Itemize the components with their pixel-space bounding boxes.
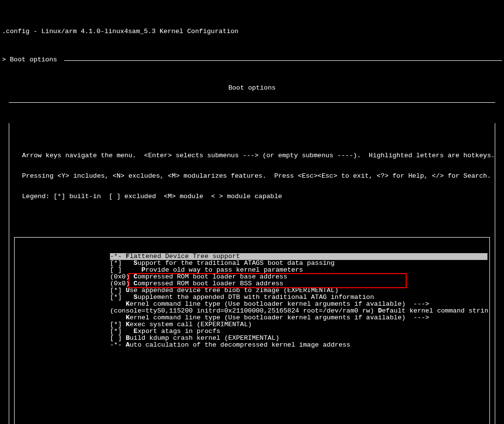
item-marker: -*-: [110, 341, 126, 349]
item-label: upplement the appended DTB with traditio…: [138, 294, 374, 301]
item-hotkey: A: [126, 341, 129, 349]
menu-item[interactable]: [ ] Provide old way to pass kernel param…: [110, 267, 487, 274]
menu-item[interactable]: (0x0) Compressed ROM boot loader base ad…: [110, 274, 487, 280]
menu-item[interactable]: [ ] Build kdump crash kernel (EXPERIMENT…: [110, 335, 487, 342]
item-hotkey: S: [134, 259, 138, 267]
item-marker: (0x0): [110, 280, 134, 287]
help-line-3: Legend: [*] built-in [ ] excluded <M> mo…: [14, 193, 490, 200]
item-label: uto calculation of the decompressed kern…: [130, 341, 351, 349]
menu-item[interactable]: [*] Support for the traditional ATAGS bo…: [110, 260, 487, 267]
breadcrumb: > Boot options: [0, 43, 504, 70]
menu-item[interactable]: Kernel command line type (Use bootloader…: [110, 301, 487, 308]
menu-item[interactable]: Kernel command line type (Use bootloader…: [110, 314, 487, 321]
item-label: efault kernel command strin: [382, 307, 488, 314]
item-hotkey: E: [134, 328, 138, 335]
menu-item[interactable]: -*- Flattened Device Tree support: [110, 253, 487, 260]
item-hotkey: K: [126, 321, 129, 328]
option-list[interactable]: -*- Flattened Device Tree support[*] Sup…: [14, 237, 490, 424]
menu-item[interactable]: [*] Kexec system call (EXPERIMENTAL): [110, 321, 487, 328]
item-marker: [110, 300, 126, 308]
item-marker: [110, 314, 126, 321]
item-marker: [*]: [110, 328, 134, 335]
item-hotkey: U: [126, 287, 129, 294]
item-hotkey: C: [134, 280, 138, 287]
item-hotkey: S: [134, 294, 138, 301]
item-marker: -*-: [110, 253, 126, 260]
window-title: .config - Linux/arm 4.1.0-linux4sam_5.3 …: [0, 27, 504, 36]
item-label: ernel command line type (Use bootloader …: [130, 314, 430, 321]
item-hotkey: P: [142, 266, 145, 274]
item-label: xport atags in procfs: [138, 328, 220, 335]
menu-item[interactable]: [*] Export atags in procfs: [110, 328, 487, 335]
item-label: rovide old way to pass kernel parameters: [145, 266, 303, 274]
item-marker: (0x0): [110, 273, 134, 280]
item-hotkey: C: [134, 273, 138, 280]
menu-item[interactable]: [*] Supplement the appended DTB with tra…: [110, 294, 487, 301]
item-hotkey: D: [378, 307, 382, 314]
item-hotkey: K: [126, 300, 129, 308]
item-marker: [ ]: [110, 334, 126, 342]
item-label: upport for the traditional ATAGS boot da…: [138, 259, 335, 267]
menu-item[interactable]: -*- Auto calculation of the decompressed…: [110, 342, 487, 349]
item-label: exec system call (EXPERIMENTAL): [130, 321, 252, 328]
menu-title: Boot options: [220, 85, 283, 92]
item-marker: [*]: [110, 294, 134, 301]
menu-box: Boot options Arrow keys navigate the men…: [9, 89, 495, 424]
item-hotkey: B: [126, 334, 129, 342]
help-line-1: Arrow keys navigate the menu. <Enter> se…: [14, 152, 490, 159]
help-line-2: Pressing <Y> includes, <N> excludes, <M>…: [14, 173, 490, 180]
item-label: uild kdump crash kernel (EXPERIMENTAL): [130, 334, 280, 342]
menu-item[interactable]: (0x0) Compressed ROM boot loader BSS add…: [110, 280, 487, 287]
item-marker: [*]: [110, 259, 134, 267]
item-hotkey: F: [126, 253, 129, 260]
item-hotkey: K: [126, 314, 129, 321]
item-marker: [*]: [110, 287, 126, 294]
item-label: ernel command line type (Use bootloader …: [130, 300, 430, 308]
breadcrumb-line: [64, 60, 502, 61]
breadcrumb-text: > Boot options: [2, 56, 61, 63]
item-marker: (console=ttyS0,115200 initrd=0x21100000,…: [110, 307, 378, 314]
item-label: ompressed ROM boot loader base address: [138, 273, 288, 280]
item-label: lattened Device Tree support: [130, 253, 240, 260]
menu-item[interactable]: [*] Use appended device tree blob to zIm…: [110, 287, 487, 294]
item-label: se appended device tree blob to zImage (…: [130, 287, 339, 294]
item-marker: [ ]: [110, 266, 142, 274]
item-marker: [*]: [110, 321, 126, 328]
menu-item[interactable]: (console=ttyS0,115200 initrd=0x21100000,…: [110, 308, 487, 314]
item-label: ompressed ROM boot loader BSS address: [138, 280, 284, 287]
help-text: Arrow keys navigate the menu. <Enter> se…: [14, 139, 490, 217]
